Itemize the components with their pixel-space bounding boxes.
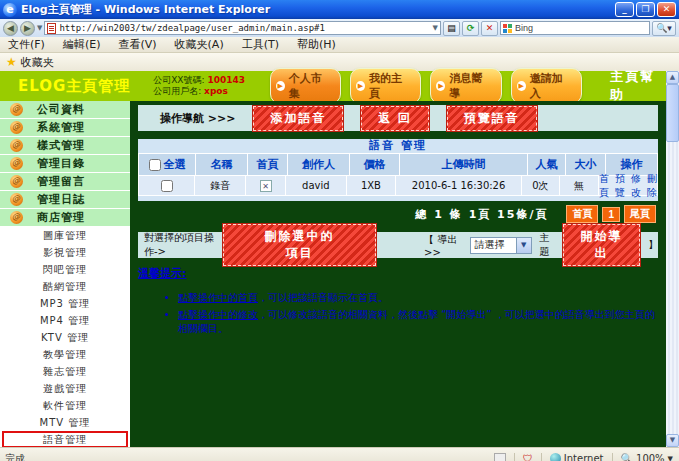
separator [514, 453, 515, 461]
menu-edit[interactable]: 編輯(E) [63, 37, 101, 52]
zone-label: Internet [564, 453, 604, 461]
pagination: 總 1 條 1頁 15條/頁 首頁 1 尾頁 [138, 205, 656, 223]
start-export-button[interactable]: 開始導出 [563, 224, 640, 266]
site-logo: ELOG主頁管理 [18, 77, 153, 96]
first-page-button[interactable]: 首頁 [566, 205, 598, 223]
add-voice-button[interactable]: 添加語音 [253, 106, 343, 131]
sidebar-item-ktv[interactable]: KTV 管理 [0, 329, 130, 346]
url-box[interactable]: ▼ [44, 21, 441, 35]
preview-voice-button[interactable]: 預覽語音 [447, 106, 537, 131]
menu-file[interactable]: 文件(F) [8, 37, 45, 52]
sidebar-item-mp4[interactable]: MP4 管理 [0, 312, 130, 329]
topic-label: 主題 [540, 231, 555, 259]
op-edit-link[interactable]: 修改 [631, 172, 641, 200]
sidebar-item-style[interactable]: 樣式管理 [0, 137, 130, 155]
sidebar-item-mtv[interactable]: MTV 管理 [0, 414, 130, 431]
sidebar-item-log[interactable]: 管理日誌 [0, 191, 130, 209]
zoom-control[interactable]: 🔍 100% ▼ [621, 453, 673, 461]
sidebar-item-shop[interactable]: 商店管理 [0, 209, 130, 227]
menu-tools[interactable]: 工具(T) [242, 37, 279, 52]
sidebar-item-voice-active[interactable]: 語音管理 [2, 431, 128, 448]
menu-favorites[interactable]: 收藏夹(A) [175, 37, 224, 52]
col-price: 價格 [350, 154, 400, 175]
close-button[interactable]: ✕ [657, 2, 676, 17]
status-text: 完成 [5, 452, 494, 461]
menu-help[interactable]: 帮助(H) [297, 37, 336, 52]
sidebar-item-mp3[interactable]: MP3 管理 [0, 295, 130, 312]
select-all-checkbox[interactable] [149, 159, 161, 171]
page-content: ELOG主頁管理 公司XX號碼: 100143 公司用戶名: xpos ▶个人市… [0, 71, 679, 447]
nav-personal-market-button[interactable]: ▶个人市集 [270, 68, 341, 104]
sidebar-item-system[interactable]: 系統管理 [0, 119, 130, 137]
title-bar: e Elog主頁管理 - Windows Internet Explorer _… [0, 0, 679, 19]
sidebar-item-video[interactable]: 影視管理 [0, 244, 130, 261]
minimize-button[interactable]: _ [615, 2, 634, 17]
menu-ball-icon [10, 103, 23, 116]
search-input[interactable] [515, 23, 647, 33]
return-button[interactable]: 返 回 [361, 106, 428, 131]
ie-logo-icon: e [3, 3, 17, 17]
col-hits: 人氣 [528, 154, 566, 175]
scrollbar-thumb[interactable] [666, 84, 679, 142]
main-panel: 操作導航 >>> 添加語音 返 回 預覽語音 語音 管理 全選 名稱 首頁 創作… [130, 101, 666, 447]
tip-link[interactable]: 點擊操作中的修改 [178, 309, 258, 320]
search-button[interactable]: 🔍▾ [652, 21, 676, 36]
stop-button[interactable]: ✕ [481, 21, 498, 36]
company-user-label: 公司用戶名: [153, 86, 201, 96]
header-nav: ▶个人市集 ▶我的主頁 ▶消息嚮導 ▶邀請加入 [270, 68, 582, 104]
back-button[interactable]: ◀ [3, 21, 18, 36]
address-input[interactable] [59, 23, 429, 33]
sidebar-item-catalog[interactable]: 管理目錄 [0, 155, 130, 173]
delete-selected-button[interactable]: 刪除選中的項目 [223, 224, 376, 266]
nav-dropdown-icon[interactable]: ▼ [37, 24, 42, 32]
operation-nav-label: 操作導航 >>> [160, 111, 235, 126]
op-preview-link[interactable]: 預覽 [615, 172, 625, 200]
col-creator: 創作人 [288, 154, 350, 175]
tips-section: 溫馨提示: 點擊操作中的首頁，可以把該語音顯示在首頁。 點擊操作中的修改，可以修… [138, 266, 658, 336]
sidebar-item-company[interactable]: 公司資料 [0, 101, 130, 119]
nav-message-wizard-button[interactable]: ▶消息嚮導 [430, 68, 501, 104]
tip-link[interactable]: 點擊操作中的首頁 [178, 292, 258, 303]
menu-ball-icon [10, 157, 23, 170]
star-icon: ★ [6, 55, 17, 69]
pagination-summary: 總 1 條 1頁 15條/頁 [415, 207, 548, 222]
favorites-label[interactable]: 收藏夹 [21, 55, 54, 70]
op-delete-link[interactable]: 刪除 [647, 172, 657, 200]
document-status-icon [494, 453, 506, 461]
company-id-value: 100143 [207, 75, 245, 85]
sidebar-item-magazine[interactable]: 雜志管理 [0, 363, 130, 380]
cell-name: 錄音 [195, 176, 246, 195]
op-homepage-link[interactable]: 首頁 [599, 172, 609, 200]
sidebar-item-software[interactable]: 軟件管理 [0, 397, 130, 414]
sidebar-item-message[interactable]: 管理留言 [0, 173, 130, 191]
homepage-help-link[interactable]: 主頁幫助 [610, 68, 666, 104]
page-scrollbar[interactable]: ▲ ▼ [666, 71, 679, 447]
cell-creator: david [286, 176, 347, 195]
magnifier-icon: 🔍 [621, 453, 633, 461]
nav-invite-button[interactable]: ▶邀請加入 [511, 68, 582, 104]
last-page-button[interactable]: 尾頁 [624, 205, 656, 223]
export-prefix: 【 導出>> [424, 233, 462, 258]
menu-view[interactable]: 查看(V) [118, 37, 156, 52]
play-icon: ▶ [517, 81, 526, 91]
page-1-button[interactable]: 1 [602, 207, 620, 222]
sidebar-item-gallery[interactable]: 圖庫管理 [0, 227, 130, 244]
scroll-down-icon[interactable]: ▼ [666, 434, 679, 447]
page-options-button[interactable]: ▤ [443, 21, 460, 36]
sidebar-item-coolweb[interactable]: 酷網管理 [0, 278, 130, 295]
sidebar-item-teaching[interactable]: 教學管理 [0, 346, 130, 363]
refresh-button[interactable]: ⟳ [462, 21, 479, 36]
cell-price: 1XB [347, 176, 396, 195]
sidebar-item-flash[interactable]: 閃吧管理 [0, 261, 130, 278]
cell-hits: 0次 [522, 176, 559, 195]
scroll-up-icon[interactable]: ▲ [666, 71, 679, 84]
maximize-button[interactable]: ❐ [636, 2, 655, 17]
forward-button[interactable]: ▶ [20, 21, 35, 36]
separator [612, 453, 613, 461]
nav-my-homepage-button[interactable]: ▶我的主頁 [350, 68, 421, 104]
search-box[interactable] [500, 21, 650, 35]
row-checkbox[interactable] [161, 180, 173, 192]
url-dropdown-icon[interactable]: ▼ [433, 24, 438, 32]
export-target-select[interactable]: 請選擇 ▼ [470, 237, 531, 254]
sidebar-item-game[interactable]: 遊戲管理 [0, 380, 130, 397]
